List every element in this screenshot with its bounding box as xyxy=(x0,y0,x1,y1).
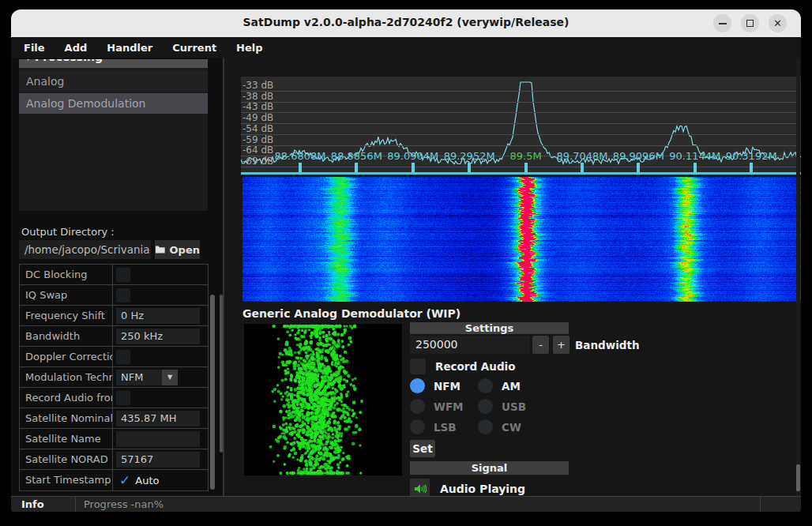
constellation-display xyxy=(244,324,402,475)
open-directory-button[interactable]: Open xyxy=(155,240,200,259)
tree-item-analog-demodulation[interactable]: Analog Demodulation xyxy=(19,93,208,114)
fft-db-label: -38 dB xyxy=(242,91,273,102)
fft-display[interactable]: -33 dB-38 dB-43 dB-49 dB-54 dB-59 dB-64 … xyxy=(241,77,801,175)
minimize-button[interactable] xyxy=(713,14,731,32)
nfm-radio[interactable] xyxy=(410,378,425,393)
maximize-button[interactable] xyxy=(741,14,759,32)
record-audio-checkbox[interactable] xyxy=(410,359,426,374)
satellite-name-input[interactable] xyxy=(116,431,200,447)
handler-tree: ▾ Processing Analog Analog Demodulation xyxy=(19,59,208,211)
close-button[interactable]: ✕ xyxy=(769,14,787,32)
fft-gridline xyxy=(241,134,801,135)
mode-row-2: WFM USB xyxy=(410,399,533,414)
fft-freq-tick xyxy=(694,163,697,172)
fft-freq-label: 89.7048M xyxy=(556,150,607,162)
fft-freq-tick xyxy=(524,163,528,172)
table-row-satellite-norad: Satellite NORAD Nu 57167 xyxy=(20,449,208,470)
fft-db-label: -64 dB xyxy=(242,145,273,156)
lsb-label: LSB xyxy=(434,421,465,434)
fft-db-label: -43 dB xyxy=(242,101,273,112)
status-divider-2 xyxy=(760,497,761,512)
main-scrollbar-track[interactable] xyxy=(796,58,800,496)
menu-handler[interactable]: Handler xyxy=(104,40,155,55)
window-title: SatDump v2.0.0-alpha-2d70240f2 (verywip/… xyxy=(11,16,801,28)
fft-db-label: -33 dB xyxy=(242,80,273,91)
menu-file[interactable]: File xyxy=(21,40,47,55)
status-info-label: Info xyxy=(21,498,44,510)
table-row-bandwidth: Bandwidth 250 kHz xyxy=(20,326,208,347)
fft-freq-label: 89.9096M xyxy=(613,150,664,162)
fft-db-label: -69 dB xyxy=(242,156,273,167)
wfm-radio[interactable] xyxy=(410,399,425,414)
set-button[interactable]: Set xyxy=(410,440,435,457)
bandwidth-input[interactable]: 250 kHz xyxy=(116,329,200,344)
menu-help[interactable]: Help xyxy=(234,40,265,55)
table-scrollbar[interactable] xyxy=(210,295,215,490)
fft-freq-label: 90.3192M xyxy=(726,150,777,162)
demodulator-title: Generic Analog Demodulator (WIP) xyxy=(242,307,461,320)
mode-row-1: NFM AM xyxy=(410,378,533,393)
bandwidth-label: Bandwidth xyxy=(575,339,640,351)
doppler-correction-checkbox[interactable] xyxy=(116,350,130,364)
am-radio[interactable] xyxy=(478,378,493,393)
status-progress: Progress -nan% xyxy=(84,498,164,510)
fft-freq-tick xyxy=(750,163,753,172)
satellite-nominal-freq-input[interactable]: 435.87 MH xyxy=(116,411,200,426)
fft-freq-tick xyxy=(412,163,415,172)
fft-gridline xyxy=(241,112,801,113)
fft-gridline xyxy=(241,91,801,92)
chevron-down-icon: ▼ xyxy=(162,370,178,385)
fft-freq-label: 88.6808M xyxy=(274,150,325,162)
fft-freq-tick xyxy=(581,163,584,172)
fft-freq-label: 89.2952M xyxy=(444,150,495,162)
record-audio-from-checkbox[interactable] xyxy=(116,391,130,405)
dc-blocking-checkbox[interactable] xyxy=(116,268,130,282)
bandwidth-decrement-button[interactable]: - xyxy=(532,336,549,354)
tree-node-processing[interactable]: ▾ Processing xyxy=(19,59,208,68)
mode-row-3: LSB CW xyxy=(410,419,533,434)
record-audio-row: Record Audio xyxy=(410,359,515,374)
usb-label: USB xyxy=(502,400,533,413)
modulation-combo[interactable]: NFM ▼ xyxy=(116,370,178,385)
bandwidth-increment-button[interactable]: + xyxy=(553,336,570,354)
fft-freq-tick xyxy=(468,163,471,172)
usb-radio[interactable] xyxy=(478,399,493,414)
waterfall-display[interactable] xyxy=(242,177,801,302)
open-button-label: Open xyxy=(170,244,200,256)
tree-item-analog[interactable]: Analog xyxy=(19,71,208,92)
check-icon[interactable]: ✓ xyxy=(119,472,130,488)
main-scrollbar-thumb[interactable] xyxy=(796,464,800,491)
table-row-frequency-shift: Frequency Shift 0 Hz xyxy=(20,306,208,326)
main-panel: -33 dB-38 dB-43 dB-49 dB-54 dB-59 dB-64 … xyxy=(224,58,801,496)
nfm-label: NFM xyxy=(434,380,465,393)
sidebar-scrollbar[interactable] xyxy=(220,295,223,453)
menu-current[interactable]: Current xyxy=(170,40,219,55)
menubar: File Add Handler Current Help xyxy=(11,37,801,58)
satellite-norad-input[interactable]: 57167 xyxy=(116,452,200,468)
tree-header-clip: ▾ Processing xyxy=(19,59,208,70)
statusbar: Info Progress -nan% xyxy=(11,496,801,512)
table-row-dc-blocking: DC Blocking xyxy=(20,265,208,285)
status-divider xyxy=(75,497,76,512)
titlebar[interactable]: SatDump v2.0.0-alpha-2d70240f2 (verywip/… xyxy=(11,9,801,37)
iq-swap-checkbox[interactable] xyxy=(116,288,130,302)
fft-db-label: -49 dB xyxy=(242,112,273,123)
audio-status-label: Audio Playing xyxy=(440,483,525,495)
cw-label: CW xyxy=(502,421,533,434)
demod-bandwidth-input[interactable]: 250000 xyxy=(410,336,530,354)
table-row-start-timestamp: Start Timestamp ✓ Auto xyxy=(20,470,208,490)
output-directory-input[interactable]: /home/jacopo/Scrivania xyxy=(19,240,151,259)
frequency-shift-input[interactable]: 0 Hz xyxy=(116,308,200,324)
cw-radio[interactable] xyxy=(478,419,493,434)
fft-gridline xyxy=(241,167,801,167)
fft-gridline xyxy=(241,123,801,124)
fft-db-label: -59 dB xyxy=(242,134,273,145)
table-row-doppler-correction: Doppler Correction xyxy=(20,347,208,367)
minimize-icon xyxy=(719,23,727,24)
menu-add[interactable]: Add xyxy=(62,40,90,55)
am-label: AM xyxy=(502,380,533,393)
fft-freq-tick xyxy=(355,163,358,172)
speaker-icon xyxy=(414,483,427,494)
lsb-radio[interactable] xyxy=(410,419,425,434)
signal-header: Signal xyxy=(410,461,569,475)
